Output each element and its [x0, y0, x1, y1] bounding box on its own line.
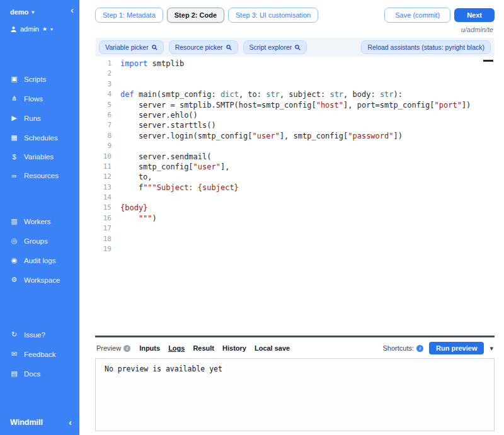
- code-line: 7 server.starttls(): [95, 120, 495, 130]
- user-menu[interactable]: admin ★ ▾: [0, 16, 79, 33]
- user-name: admin: [20, 25, 39, 33]
- line-number: 17: [95, 223, 120, 234]
- step-button-3[interactable]: Step 3: UI customisation: [228, 8, 318, 23]
- wizard-header: Step 1: MetadataStep 2: CodeStep 3: UI c…: [95, 8, 495, 23]
- schedules-icon: ▦: [10, 133, 18, 142]
- line-number: 11: [95, 162, 120, 172]
- preview-panel-header: Preview i InputsLogsResultHistoryLocal s…: [95, 337, 495, 358]
- docs-icon: ▤: [10, 370, 18, 378]
- preview-tab-inputs[interactable]: Inputs: [139, 344, 160, 352]
- reload-assistants-button[interactable]: Reload assistants (status: pyright black…: [361, 40, 491, 54]
- code-line: 2: [95, 69, 495, 79]
- code-line: 1import smtplib: [95, 59, 495, 69]
- preview-title: Preview i: [96, 344, 130, 352]
- preview-tab-history[interactable]: History: [222, 344, 246, 352]
- code-text: server = smtplib.SMTP(host=smtp_config["…: [120, 100, 471, 110]
- sidebar-item-label: Resources: [24, 172, 59, 179]
- picker-buttons: Variable pickerResource pickerScript exp…: [99, 40, 307, 54]
- preview-empty-text: No preview is available yet: [105, 364, 222, 373]
- line-number: 4: [95, 89, 120, 99]
- code-text: """): [120, 213, 157, 223]
- code-line: 12 to,: [95, 172, 495, 182]
- sidebar-collapse-icon[interactable]: ‹: [69, 417, 72, 427]
- code-line: 10 server.sendmail(: [95, 152, 495, 162]
- flows-icon: ⋔: [10, 94, 18, 103]
- sidebar-item-issue[interactable]: ↻Issue?: [0, 325, 79, 344]
- preview-title-label: Preview: [96, 344, 121, 352]
- sidebar-item-label: Workspace: [24, 276, 60, 284]
- sidebar-item-audit-logs[interactable]: ◉Audit logs: [0, 251, 79, 270]
- variable-picker-button[interactable]: Variable picker: [99, 40, 164, 54]
- save-commit-button[interactable]: Save (commit): [384, 8, 450, 23]
- script-explorer-button[interactable]: Script explorer: [243, 40, 307, 54]
- line-number: 5: [95, 100, 120, 110]
- line-number: 10: [95, 152, 120, 162]
- code-line: 15{body}: [95, 203, 495, 213]
- code-lines: 1import smtplib234def main(smtp_config: …: [95, 59, 495, 254]
- sidebar-item-docs[interactable]: ▤Docs: [0, 364, 79, 383]
- sidebar-item-runs[interactable]: ▶Runs: [0, 108, 79, 128]
- code-line: 14: [95, 193, 495, 203]
- shortcuts-label: Shortcuts: i: [383, 344, 424, 352]
- picker-label: Script explorer: [249, 43, 292, 51]
- sidebar-item-schedules[interactable]: ▦Schedules: [0, 128, 79, 147]
- wizard-steps: Step 1: MetadataStep 2: CodeStep 3: UI c…: [95, 8, 318, 23]
- sidebar-item-groups[interactable]: ◎Groups: [0, 231, 79, 251]
- groups-icon: ◎: [10, 237, 18, 245]
- sidebar-item-label: Feedback: [24, 351, 56, 358]
- sidebar-item-resources[interactable]: ∞Resources: [0, 166, 79, 185]
- step-button-1[interactable]: Step 1: Metadata: [95, 8, 163, 23]
- sidebar-nav-admin: ▥Workers◎Groups◉Audit logs⚙Workspace: [0, 212, 79, 290]
- code-line: 16 """): [95, 213, 495, 223]
- sidebar-item-workers[interactable]: ▥Workers: [0, 212, 79, 231]
- brand: Windmill ‹: [0, 412, 79, 432]
- app-root: ‹ demo ▾ admin ★ ▾ ▣Scripts⋔Flows▶Runs▦S…: [0, 0, 504, 435]
- minimap-marker[interactable]: [483, 60, 493, 62]
- step-button-2[interactable]: Step 2: Code: [167, 8, 224, 23]
- next-button[interactable]: Next: [454, 8, 495, 22]
- workers-icon: ▥: [10, 217, 18, 225]
- picker-label: Resource picker: [175, 43, 223, 51]
- code-line: 19: [95, 244, 495, 254]
- runs-icon: ▶: [10, 114, 18, 122]
- run-preview-button[interactable]: Run preview: [429, 342, 484, 354]
- line-number: 15: [95, 203, 120, 213]
- sidebar-item-workspace[interactable]: ⚙Workspace: [0, 270, 79, 290]
- user-icon: [10, 26, 17, 33]
- sidebar-item-flows[interactable]: ⋔Flows: [0, 89, 79, 108]
- variables-icon: $: [10, 153, 18, 161]
- sidebar-collapse-button[interactable]: ‹: [69, 4, 75, 16]
- code-text: server.starttls(): [120, 120, 216, 130]
- sidebar: ‹ demo ▾ admin ★ ▾ ▣Scripts⋔Flows▶Runs▦S…: [0, 0, 79, 435]
- magnifier-icon: [295, 45, 301, 50]
- code-text: to,: [120, 172, 152, 182]
- sidebar-item-variables[interactable]: $Variables: [0, 147, 79, 166]
- sidebar-item-label: Variables: [24, 153, 54, 161]
- preview-tab-result[interactable]: Result: [193, 344, 214, 352]
- resource-picker-button[interactable]: Resource picker: [169, 40, 238, 54]
- chevron-down-icon: ▾: [32, 9, 34, 15]
- resources-icon: ∞: [10, 172, 18, 179]
- code-line: 13 f"""Subject: {subject}: [95, 183, 495, 193]
- code-text: def main(smtp_config: dict, to: str, sub…: [120, 89, 403, 99]
- sidebar-item-label: Scripts: [24, 76, 46, 83]
- sidebar-item-label: Issue?: [24, 331, 45, 339]
- code-text: f"""Subject: {subject}: [120, 183, 239, 193]
- sidebar-item-scripts[interactable]: ▣Scripts: [0, 69, 79, 89]
- brand-label: Windmill: [10, 418, 43, 427]
- code-text: import smtplib: [120, 59, 184, 69]
- preview-tab-local-save[interactable]: Local save: [255, 344, 290, 352]
- code-line: 8 server.login(smtp_config["user"], smtp…: [95, 131, 495, 141]
- sidebar-item-feedback[interactable]: ✉Feedback: [0, 344, 79, 364]
- preview-tab-logs[interactable]: Logs: [168, 344, 185, 352]
- line-number: 9: [95, 141, 120, 151]
- panel-collapse-chevron-icon[interactable]: ▾: [490, 344, 493, 353]
- sidebar-item-label: Workers: [24, 218, 51, 225]
- sidebar-item-label: Groups: [24, 237, 48, 245]
- feedback-icon: ✉: [10, 350, 18, 358]
- workspace-switcher[interactable]: demo ▾: [0, 0, 79, 16]
- sidebar-item-label: Flows: [24, 95, 43, 103]
- audit-logs-icon: ◉: [10, 256, 18, 264]
- sidebar-item-label: Audit logs: [24, 257, 56, 264]
- code-editor[interactable]: 1import smtplib234def main(smtp_config: …: [95, 59, 495, 329]
